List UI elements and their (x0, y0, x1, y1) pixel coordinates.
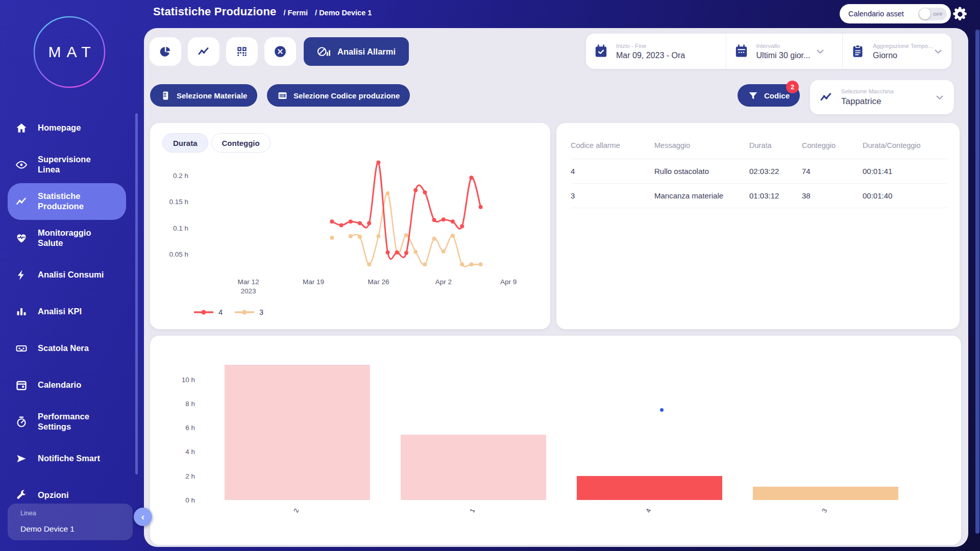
blackbox-icon (15, 342, 28, 355)
sidebar-scrollbar[interactable] (135, 113, 138, 474)
toolbar-xcircle-button[interactable] (264, 37, 296, 66)
alarm-table-card: Codice allarmeMessaggioDurataConteggioDu… (556, 123, 960, 329)
alarm-analysis-icon (317, 45, 331, 58)
table-cell: 00:01:41 (863, 167, 947, 176)
bar-4[interactable] (577, 476, 722, 500)
sidebar-item-supervisione-linea[interactable]: Supervisione Linea (8, 146, 126, 183)
filter-funnel-icon (748, 90, 758, 101)
start-end-control[interactable]: Inizio - Fine Mar 09, 2023 - Ora (586, 34, 726, 69)
eye-icon (15, 159, 28, 171)
table-row: 3Mancanza materiale01:03:123800:01:40 (571, 184, 947, 208)
breadcrumb-item[interactable]: / Demo Device 1 (315, 9, 372, 17)
toggle-state-label: OFF (933, 11, 943, 17)
alarm-duration-line-chart-card: DurataConteggio 0.2 h0.15 h0.1 h0.05 hMa… (150, 123, 550, 329)
bar-y-tick: 4 h (159, 448, 195, 456)
sidebar-item-label: Statistiche Produzione (38, 191, 114, 212)
svg-text:0.15 h: 0.15 h (169, 198, 188, 206)
bar-y-tick: 8 h (159, 399, 195, 407)
select-material-label: Selezione Materiale (177, 91, 247, 100)
toolbar-trend-button[interactable] (188, 37, 219, 66)
svg-text:3: 3 (259, 308, 263, 316)
page-scrollbar[interactable] (975, 30, 979, 534)
sidebar-nav: HomepageSupervisione LineaStatistiche Pr… (0, 110, 144, 514)
bar-3[interactable] (753, 487, 898, 500)
sidebar-item-analisi-kpi[interactable]: Analisi KPI (8, 293, 126, 330)
qr-icon (235, 45, 249, 58)
bar-x-label: 4 (645, 508, 653, 514)
select-production-code-button[interactable]: Selezione Codice produzione (267, 84, 410, 107)
page-title: Statistiche Produzione (153, 5, 277, 18)
sidebar-collapse-button[interactable]: ‹ (134, 508, 152, 526)
sidebar-item-label: Homepage (38, 123, 81, 133)
device-value: Demo Device 1 (20, 524, 75, 534)
svg-text:Mar 12: Mar 12 (238, 278, 259, 286)
device-selector-card[interactable]: Linea Demo Device 1 (8, 504, 133, 540)
calendar-icon (734, 44, 748, 58)
bar-y-tick: 10 h (159, 375, 195, 383)
content-panel: Analisi Allarmi Inizio - Fine Mar 09, 20… (144, 28, 968, 547)
machine-select-dropdown[interactable]: Selezione Macchina Tappatrice (810, 80, 954, 114)
table-cell: 38 (802, 191, 863, 200)
svg-text:Mar 19: Mar 19 (303, 278, 324, 286)
wrench-icon (15, 489, 28, 502)
table-header-cell: Messaggio (654, 141, 749, 149)
select-material-button[interactable]: Selezione Materiale (150, 84, 257, 107)
breadcrumb-item[interactable]: / Fermi (284, 9, 308, 17)
table-cell: Mancanza materiale (654, 191, 749, 200)
sidebar-item-label: Analisi KPI (38, 307, 82, 317)
toolbar-qr-button[interactable] (226, 37, 258, 66)
aggregation-control[interactable]: Aggregazione Tempo... Giorno (842, 34, 951, 69)
breadcrumb-items: / Fermi/ Demo Device 1 (277, 8, 372, 17)
trend-icon (197, 45, 210, 58)
sidebar-item-label: Analisi Consumi (38, 270, 104, 280)
barcode-icon (277, 90, 288, 101)
aggregation-value: Giorno (873, 51, 933, 60)
interval-control[interactable]: Intervallo Ultimi 30 gior... (726, 34, 842, 69)
start-end-value: Mar 09, 2023 - Ora (616, 51, 685, 60)
calendar-asset-switch[interactable]: OFF (918, 8, 947, 20)
alarm-analysis-label: Analisi Allarmi (337, 47, 396, 57)
table-cell: Rullo ostacolato (654, 167, 749, 176)
sidebar-item-analisi-consumi[interactable]: Analisi Consumi (8, 257, 126, 293)
bar-2[interactable] (225, 365, 370, 500)
calendar-asset-label: Calendario asset (848, 10, 918, 18)
table-header-row: Codice allarmeMessaggioDurataConteggioDu… (571, 132, 947, 159)
trend-icon (819, 90, 833, 104)
sidebar-item-homepage[interactable]: Homepage (8, 110, 126, 146)
bar-1[interactable] (401, 435, 546, 500)
bar-y-tick: 6 h (159, 424, 195, 432)
pie-icon (159, 45, 172, 58)
svg-text:0.2 h: 0.2 h (173, 172, 188, 180)
kpi-icon (15, 306, 28, 318)
sidebar-item-label: Performance Settings (38, 412, 114, 432)
logo-text: MAT (33, 15, 106, 89)
calendar-asset-toggle-pill[interactable]: Calendario asset OFF (840, 4, 951, 23)
sidebar-item-label: Supervisione Linea (38, 155, 114, 175)
xcircle-icon (274, 45, 287, 58)
time-controls-card: Inizio - Fine Mar 09, 2023 - Ora Interva… (586, 34, 951, 69)
sidebar-item-label: Monitoraggio Salute (38, 228, 114, 248)
table-row: 4Rullo ostacolato02:03:227400:01:41 (571, 159, 947, 184)
toolbar-pie-button[interactable] (150, 37, 181, 66)
sidebar-item-scatola-nera[interactable]: Scatola Nera (8, 330, 126, 367)
gauge-icon (15, 416, 28, 428)
alarm-analysis-button[interactable]: Analisi Allarmi (304, 37, 409, 66)
line-chart: 0.2 h0.15 h0.1 h0.05 hMar 122023Mar 19Ma… (150, 123, 550, 329)
sidebar-item-notifiche-smart[interactable]: Notifiche Smart (8, 440, 126, 477)
bolt-icon (15, 269, 28, 281)
sidebar-item-performance-settings[interactable]: Performance Settings (8, 404, 126, 440)
chevron-down-icon (935, 92, 945, 103)
bar-y-tick: 0 h (159, 496, 195, 504)
sidebar-item-calendario[interactable]: Calendario (8, 367, 126, 404)
code-filter-badge: 2 (786, 81, 799, 93)
sidebar-item-label: Opzioni (38, 490, 69, 500)
alarm-table: Codice allarmeMessaggioDurataConteggioDu… (571, 132, 947, 329)
table-cell: 4 (571, 167, 654, 176)
sidebar-item-statistiche-produzione[interactable]: Statistiche Produzione (8, 183, 126, 220)
machine-value: Tappatrice (841, 96, 894, 107)
machine-label: Selezione Macchina (841, 88, 894, 94)
sidebar-item-monitoraggio-salute[interactable]: Monitoraggio Salute (8, 220, 126, 257)
svg-text:4: 4 (218, 308, 223, 316)
alarm-totals-bar-chart-card: 10 h8 h6 h4 h2 h0 h2143 (150, 336, 961, 545)
settings-gear-icon[interactable] (952, 7, 968, 22)
